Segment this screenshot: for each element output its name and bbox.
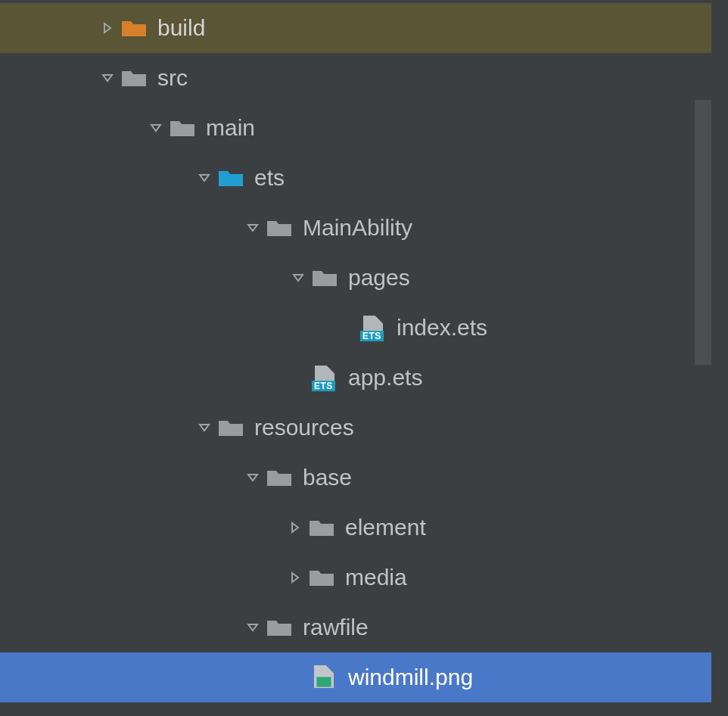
folder-icon <box>266 467 292 488</box>
tree-item-rawfile[interactable]: rawfile <box>0 602 711 652</box>
folder-icon <box>312 267 338 288</box>
tree-item-label: resources <box>254 416 354 439</box>
folder-icon <box>266 217 292 238</box>
tree-item-app-ets[interactable]: ETS app.ets <box>0 353 711 403</box>
tree-item-label: src <box>157 67 188 89</box>
ets-file-icon: ETS <box>360 317 386 338</box>
chevron-down-icon[interactable] <box>288 272 309 284</box>
folder-icon <box>170 117 195 139</box>
folder-icon <box>121 67 147 89</box>
tree-item-index-ets[interactable]: ETS index.ets <box>0 303 711 353</box>
tree-item-resources[interactable]: resources <box>0 403 711 453</box>
tree-item-pages[interactable]: pages <box>0 253 711 303</box>
tree-item-src[interactable]: src <box>0 53 711 103</box>
tree-item-media[interactable]: media <box>0 553 711 602</box>
tree-item-label: rawfile <box>303 616 369 639</box>
chevron-down-icon[interactable] <box>145 122 166 134</box>
chevron-right-icon[interactable] <box>285 571 306 584</box>
image-file-icon <box>312 667 338 688</box>
ets-file-icon: ETS <box>312 367 338 388</box>
tree-item-mainability[interactable]: MainAbility <box>0 203 711 253</box>
tree-item-main[interactable]: main <box>0 103 711 153</box>
tree-item-label: base <box>303 466 352 489</box>
folder-icon <box>266 617 292 638</box>
tree-item-base[interactable]: base <box>0 453 711 503</box>
chevron-down-icon[interactable] <box>242 472 263 484</box>
tree-item-windmill[interactable]: windmill.png <box>0 652 711 702</box>
tree-item-label: main <box>206 117 255 139</box>
folder-icon <box>309 567 334 588</box>
tree-item-label: media <box>345 566 407 589</box>
chevron-down-icon[interactable] <box>97 72 118 84</box>
chevron-down-icon[interactable] <box>242 222 263 234</box>
tree-item-label: ets <box>254 167 285 189</box>
tree-item-label: build <box>157 17 205 39</box>
folder-icon <box>121 17 147 39</box>
folder-icon <box>218 417 244 438</box>
tree-item-label: windmill.png <box>348 666 473 689</box>
tree-item-element[interactable]: element <box>0 503 711 553</box>
chevron-down-icon[interactable] <box>194 172 215 184</box>
chevron-right-icon[interactable] <box>285 521 306 534</box>
tree-item-label: app.ets <box>348 366 422 389</box>
scrollbar[interactable] <box>695 100 711 365</box>
tree-item-config-json[interactable]: {} config.json <box>0 702 711 716</box>
chevron-down-icon[interactable] <box>242 621 263 634</box>
chevron-down-icon[interactable] <box>194 422 215 434</box>
tree-item-label: MainAbility <box>303 216 412 239</box>
project-tree[interactable]: build src main ets <box>0 0 711 716</box>
tree-item-build[interactable]: build <box>0 3 711 53</box>
tree-item-label: pages <box>348 266 410 289</box>
tree-item-ets[interactable]: ets <box>0 153 711 203</box>
tree-item-label: index.ets <box>397 316 487 339</box>
chevron-right-icon[interactable] <box>97 22 118 34</box>
folder-icon <box>309 517 334 538</box>
tree-item-label: element <box>345 516 426 539</box>
folder-icon <box>218 167 244 188</box>
